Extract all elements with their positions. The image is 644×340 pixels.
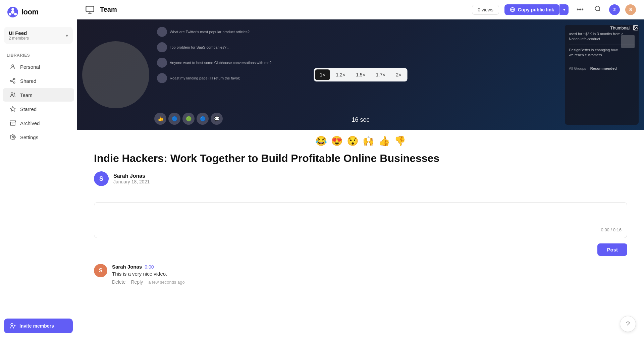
sidebar-item-starred[interactable]: Starred [3,102,74,116]
reaction-thumbsdown[interactable]: 👎 [394,135,406,147]
views-badge: 0 views [472,5,499,15]
svg-point-22 [595,6,600,11]
delete-button[interactable]: Delete [112,279,125,285]
more-options-button[interactable]: ••• [574,4,586,15]
ui-feed-info: UI Feed 2 members [9,30,29,41]
search-button[interactable] [592,4,604,15]
video-right-panel: used for ~$8K in 3 months from a Notion … [565,25,639,125]
comment-textarea[interactable] [100,208,622,225]
video-list-avatar [157,73,167,83]
image-icon [633,25,639,31]
reply-button[interactable]: Reply [131,279,143,285]
video-title: Indie Hackers: Work Together to Build Pr… [94,152,627,165]
topbar-team-icon [85,5,95,14]
user-count-avatar[interactable]: 2 [609,4,620,15]
comment-item: S Sarah Jonas 0:00 This is a very nice v… [94,264,627,285]
sidebar: loom UI Feed 2 members ▾ Libraries Perso… [0,0,77,340]
shared-label: Shared [20,78,36,84]
comment-actions: Delete Reply a few seconds ago [112,279,627,285]
sidebar-item-shared[interactable]: Shared [3,74,74,88]
video-list-item: Anyone want to host some Clubhouse conve… [154,56,560,70]
sidebar-item-personal[interactable]: Personal [3,60,74,73]
sidebar-item-settings[interactable]: Settings [3,130,74,144]
chevron-down-icon: ▾ [66,33,68,38]
video-list-avatar [157,42,167,52]
comment-timestamp-link[interactable]: 0:00 [145,264,154,270]
share-icon [9,77,16,84]
reaction-bar: 😂 😍 😯 🙌 👍 👎 [77,130,644,152]
video-player[interactable]: What are Twitter's most popular product … [77,19,644,130]
video-reaction-icons: 👍 🔵 🟢 🔵 💬 [154,113,223,125]
svg-point-6 [13,78,15,80]
svg-rect-13 [10,121,16,122]
gear-icon [9,134,16,140]
svg-point-15 [12,136,14,138]
starred-label: Starred [20,106,37,112]
search-icon [594,5,601,12]
ui-feed-title: UI Feed [9,30,29,36]
thumbnail-label: Thumbnail [610,25,639,31]
comment-timer: 0:00 / 0:16 [601,227,622,232]
archive-icon [9,120,16,126]
speed-selector: 1× 1.2× 1.5× 1.7× 2× [314,68,408,81]
comment-body: Sarah Jonas 0:00 This is a very nice vid… [112,264,627,285]
copy-link-label: Copy public link [518,7,554,12]
svg-marker-12 [10,107,15,111]
invite-members-button[interactable]: Invite members [4,319,73,333]
help-button[interactable]: ? [620,316,636,332]
comments-section: S Sarah Jonas 0:00 This is a very nice v… [77,264,644,285]
author-date: January 18, 2021 [113,179,150,184]
svg-point-2 [9,13,11,15]
post-button[interactable]: Post [597,243,627,256]
reaction-wow[interactable]: 😯 [347,135,359,147]
comment-text: This is a very nice video. [112,271,627,277]
svg-point-4 [11,10,14,14]
svg-point-8 [13,82,15,83]
reaction-laugh[interactable]: 😂 [315,135,327,147]
svg-point-5 [12,65,14,67]
speed-1-2x-button[interactable]: 1.2× [331,69,350,80]
libraries-section: Libraries [0,47,77,59]
comment-input-area[interactable]: 0:00 / 0:16 [94,202,627,238]
team-icon [9,92,16,98]
svg-point-11 [11,93,13,95]
sidebar-nav: Personal Shared Team Starred [0,59,77,145]
speed-1x-button[interactable]: 1× [315,69,330,80]
author-name: Sarah Jonas [113,173,150,179]
ellipsis-icon: ••• [577,6,584,13]
copy-link-wrapper: Copy public link ▾ [504,4,569,15]
copy-link-dropdown-button[interactable]: ▾ [559,4,569,15]
personal-label: Personal [20,64,40,70]
user-avatar[interactable]: S [625,4,636,15]
reaction-celebrate[interactable]: 🙌 [363,135,374,147]
speed-1-7x-button[interactable]: 1.7× [371,69,390,80]
video-list-item: Top problem for SaaS companies? ... [154,40,560,54]
video-info: Indie Hackers: Work Together to Build Pr… [77,152,644,202]
loom-logo-icon [7,6,19,18]
svg-point-3 [14,13,17,15]
comment-footer: 0:00 / 0:16 [100,227,622,232]
comment-time-ago: a few seconds ago [148,280,184,285]
main-content: Team 0 views Copy public link ▾ ••• 2 S [77,0,644,340]
comment-header: Sarah Jonas 0:00 [112,264,627,270]
person-icon [9,63,16,70]
comment-author-avatar: S [94,264,107,277]
sidebar-item-archived[interactable]: Archived [3,116,74,130]
video-list-item: What are Twitter's most popular product … [154,25,560,39]
speed-1-5x-button[interactable]: 1.5× [351,69,370,80]
speed-2x-button[interactable]: 2× [391,69,406,80]
sidebar-logo[interactable]: loom [0,0,77,24]
invite-members-label: Invite members [19,323,54,329]
svg-point-16 [11,324,13,326]
reaction-thumbsup[interactable]: 👍 [378,135,390,147]
author-info: Sarah Jonas January 18, 2021 [113,173,150,184]
copy-public-link-button[interactable]: Copy public link [504,4,559,15]
sidebar-item-team[interactable]: Team [3,88,74,102]
libraries-label: Libraries [7,53,30,58]
svg-line-23 [599,10,600,11]
invite-icon [9,323,16,329]
video-time-display: 16 sec [352,116,369,123]
reaction-love[interactable]: 😍 [331,135,343,147]
ui-feed-subtitle: 2 members [9,36,29,41]
ui-feed-section[interactable]: UI Feed 2 members ▾ [4,27,73,44]
